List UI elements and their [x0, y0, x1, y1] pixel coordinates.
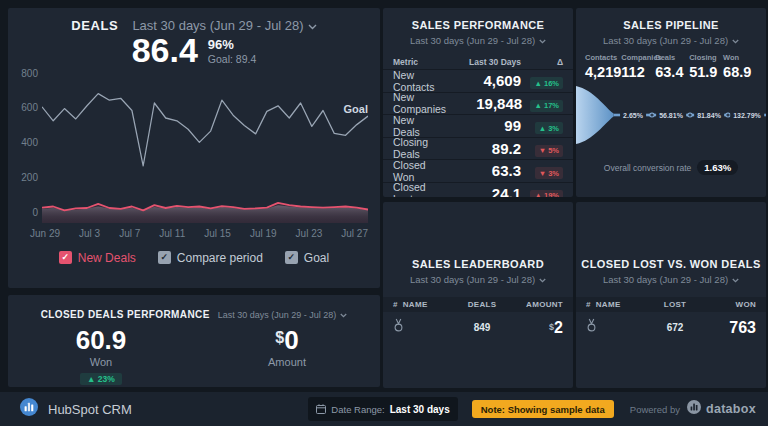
closed-lost-won-panel: CLOSED LOST VS. WON DEALS Last 30 days (… — [576, 202, 766, 388]
pipeline-stage: Won68.9 — [723, 53, 757, 80]
table-row: 672 763 — [576, 312, 766, 344]
goal-line-label: Goal — [344, 103, 368, 115]
legend-goal[interactable]: ✓Goal — [285, 251, 329, 265]
deals-panel: DEALSLast 30 days (Jun 29 - Jul 28) 86.4… — [8, 8, 380, 288]
footer-date-range-control[interactable]: Date Range: Last 30 days — [308, 397, 457, 421]
pipeline-stage: Contacts4,219 — [585, 53, 621, 80]
sales-performance-table: Metric Last 30 Days Δ New Contacts4,609▲… — [383, 54, 573, 197]
checkbox-checked-icon: ✓ — [59, 251, 72, 264]
delta-badge: ▼ 5% — [535, 145, 563, 157]
conversion-rate: 132.79% — [730, 112, 764, 119]
won-delta-badge: ▲ 23% — [80, 373, 122, 385]
pipeline-stage: Deals63.4 — [655, 53, 689, 80]
sales-leaderboard-panel: SALES LEADERBOARD Last 30 days (Jun 29 -… — [383, 202, 573, 388]
legend-compare-period[interactable]: ✓Compare period — [158, 251, 263, 265]
panel-title: SALES PIPELINE — [576, 8, 766, 31]
powered-by[interactable]: Powered by databox — [630, 400, 756, 418]
won-label: Won — [8, 356, 194, 368]
panel-title: SALES LEADERBOARD — [383, 247, 573, 270]
deals-goal-percent: 96% — [208, 37, 256, 52]
sample-data-note: Note: Showing sample data — [472, 400, 614, 418]
deals-line-chart: 800 600 400 200 0 — [42, 73, 368, 223]
chevron-down-icon — [539, 39, 546, 44]
chart-legend: ✓New Deals ✓Compare period ✓Goal — [8, 251, 380, 265]
table-header: # NAME LOST WON — [576, 297, 766, 312]
funnel-node — [650, 113, 654, 117]
leaderboard-table: # NAME DEALS AMOUNT 849 $2 — [383, 297, 573, 344]
pipeline-stage: Closing51.9 — [689, 53, 723, 80]
table-row: Closed Won63.3▼ 3% — [383, 160, 573, 183]
table-header: # NAME DEALS AMOUNT — [383, 297, 573, 312]
table-row: Closed Lost24.1▲ 19% — [383, 183, 573, 198]
checkbox-checked-icon: ✓ — [285, 251, 298, 264]
source-name: HubSpot CRM — [48, 402, 132, 417]
closed-deals-performance-panel: CLOSED DEALS PERFORMANCELast 30 days (Ju… — [8, 295, 380, 387]
sales-performance-date-range-dropdown[interactable]: Last 30 days (Jun 29 - Jul 28) — [383, 35, 573, 46]
chevron-down-icon — [732, 39, 739, 44]
deals-value: 86.4 — [132, 33, 198, 69]
conversion-rate: 2.65% — [620, 112, 646, 119]
deals-title: DEALS — [71, 18, 118, 33]
data-source: HubSpot CRM — [20, 398, 132, 420]
table-row: New Contacts4,609▲ 16% — [383, 70, 573, 93]
sales-performance-panel: SALES PERFORMANCE Last 30 days (Jun 29 -… — [383, 8, 573, 197]
footer-bar: HubSpot CRM Date Range: Last 30 days Not… — [0, 392, 768, 426]
table-row: New Deals99▲ 3% — [383, 115, 573, 138]
legend-new-deals[interactable]: ✓New Deals — [59, 251, 136, 265]
hubspot-logo-icon — [20, 398, 38, 420]
chart-canvas — [42, 73, 368, 223]
pipeline-stages: Contacts4,219 Companies112 Deals63.4 Clo… — [576, 53, 766, 80]
y-axis-ticks: 800 600 400 200 0 — [14, 73, 38, 223]
sales-pipeline-panel: SALES PIPELINE Last 30 days (Jun 29 - Ju… — [576, 8, 766, 197]
delta-badge: ▲ 17% — [530, 100, 563, 112]
panel-title: CLOSED DEALS PERFORMANCE — [41, 309, 210, 320]
table-row: Closing Deals89.2▼ 5% — [383, 138, 573, 161]
table-row: New Companies19,848▲ 17% — [383, 93, 573, 116]
deals-goal-caption: Goal: 89.4 — [208, 53, 256, 65]
conversion-rate: 56.81% — [656, 112, 686, 119]
panel-title: SALES PERFORMANCE — [383, 8, 573, 31]
medal-icon — [586, 318, 648, 337]
closed-lost-won-table: # NAME LOST WON 672 763 — [576, 297, 766, 344]
table-header: Metric Last 30 Days Δ — [383, 54, 573, 70]
chevron-down-icon — [340, 313, 347, 318]
pipeline-stage: Companies112 — [621, 53, 655, 80]
dashboard: DEALSLast 30 days (Jun 29 - Jul 28) 86.4… — [8, 8, 766, 388]
conversion-rate: 81.84% — [694, 112, 724, 119]
panel-title: CLOSED LOST VS. WON DEALS — [576, 247, 766, 270]
chevron-down-icon — [732, 278, 739, 283]
table-row: 849 $2 — [383, 312, 573, 344]
overall-conversion: Overall conversion rate 1.63% — [576, 160, 766, 175]
won-value: 60.9 — [8, 326, 194, 355]
medal-icon — [393, 318, 455, 337]
checkbox-checked-icon: ✓ — [158, 251, 171, 264]
chevron-down-icon — [308, 24, 317, 30]
calendar-icon — [316, 400, 326, 418]
databox-logo-icon — [687, 400, 701, 418]
chevron-down-icon — [539, 278, 546, 283]
delta-badge: ▲ 19% — [530, 190, 563, 197]
delta-badge: ▲ 3% — [535, 122, 563, 134]
amount-label: Amount — [194, 356, 380, 368]
leaderboard-date-range-dropdown[interactable]: Last 30 days (Jun 29 - Jul 28) — [383, 274, 573, 285]
pipeline-funnel-chart: 2.65% 56.81% 81.84% 132.79% — [576, 83, 766, 147]
delta-badge: ▲ 16% — [530, 77, 563, 89]
funnel-stage-shape — [576, 86, 614, 144]
closed-deals-date-range-dropdown[interactable]: Last 30 days (Jun 29 - Jul 28) — [218, 310, 348, 320]
funnel-node — [688, 113, 692, 117]
delta-badge: ▼ 3% — [535, 167, 563, 179]
closed-lost-won-date-range-dropdown[interactable]: Last 30 days (Jun 29 - Jul 28) — [576, 274, 766, 285]
amount-value: $0 — [194, 326, 380, 355]
databox-wordmark: databox — [706, 402, 756, 416]
pipeline-date-range-dropdown[interactable]: Last 30 days (Jun 29 - Jul 28) — [576, 35, 766, 46]
x-axis-ticks: Jun 29 Jul 3 Jul 7 Jul 11 Jul 15 Jul 19 … — [30, 228, 368, 239]
goal-line — [42, 93, 368, 165]
